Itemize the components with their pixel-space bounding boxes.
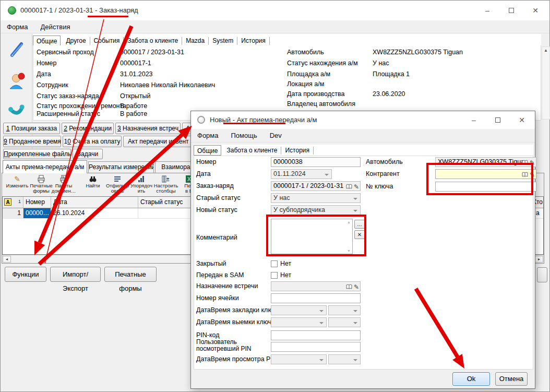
new-status-dropdown[interactable]: У субподрядчика bbox=[271, 205, 361, 215]
sam-checkbox-label: Нет bbox=[280, 270, 291, 280]
section-invoices-button[interactable]: 10 Счета на оплату bbox=[63, 136, 122, 147]
column-a-icon[interactable]: A bbox=[4, 198, 11, 206]
cell-number[interactable]: 00000… bbox=[23, 208, 51, 219]
pin-field[interactable] bbox=[271, 330, 361, 340]
order-field[interactable]: 0000017-1 / 2023-01-31 ✎ bbox=[271, 181, 361, 191]
toolbar-print-forms-button[interactable]: Печатныеформы bbox=[29, 174, 54, 196]
menu-deystviya[interactable]: Действия bbox=[34, 20, 77, 33]
dropdown-arrow-icon bbox=[325, 174, 329, 176]
col-date[interactable]: Дата bbox=[51, 197, 138, 208]
field-row: Номер0000017-1 bbox=[37, 60, 56, 68]
customer-alert-icon[interactable] bbox=[8, 72, 27, 90]
main-tabs: Общие Другое События Забота о клиенте Ma… bbox=[33, 34, 541, 46]
tab-acceptance-acts[interactable]: Акты приема-передачи а/м bbox=[3, 160, 87, 173]
table-corner[interactable]: A 1 bbox=[3, 197, 23, 208]
section-inventory-act-button[interactable]: Акт передачи инвент bbox=[123, 136, 196, 147]
screen: 0000017-1 / 2023-01-31 - Заказ-наряд – ✕… bbox=[0, 0, 550, 392]
section-tasks-button[interactable]: Задачи bbox=[73, 149, 103, 159]
field-row: Сервисный проход0000017 / 2023-01-31 bbox=[37, 49, 94, 57]
tab-istoriya[interactable]: История bbox=[237, 37, 270, 45]
scroll-right-icon[interactable]: ► bbox=[535, 256, 543, 263]
dropdown-arrow-icon bbox=[319, 322, 324, 324]
contragent-field[interactable]: ✎ bbox=[435, 169, 536, 179]
edit-pencil-icon[interactable]: ✎ bbox=[354, 183, 359, 191]
sam-checkbox[interactable] bbox=[271, 272, 278, 279]
key-deposit-time-dropdown[interactable] bbox=[328, 305, 361, 315]
key-withdraw-time-dropdown[interactable] bbox=[328, 317, 361, 327]
toolbar-filter-button[interactable]: Отфильтровать bbox=[105, 174, 130, 196]
maximize-icon[interactable] bbox=[499, 2, 523, 19]
toolbar-columns-button[interactable]: ± Настроитьстолбцы bbox=[153, 174, 178, 196]
section-appointments-button[interactable]: 3 Назначения встреч bbox=[115, 123, 181, 134]
edit-pencil-icon[interactable]: ✎ bbox=[530, 171, 535, 179]
edit-pencil-icon[interactable]: ✎ bbox=[530, 159, 535, 167]
section-sold-time-button[interactable]: 9 Проданное время bbox=[3, 136, 61, 147]
app-icon bbox=[8, 6, 16, 15]
dropdown-arrow-icon bbox=[353, 310, 357, 312]
book-icon[interactable] bbox=[522, 160, 528, 165]
comment-clear-button[interactable]: ✕ bbox=[354, 230, 365, 239]
car-field[interactable]: XW8ZZZ5NZLG030375 Tigua ✎ bbox=[435, 157, 536, 167]
tab-mazda[interactable]: Mazda bbox=[182, 37, 209, 45]
cell-date[interactable]: 26.10.2024 bbox=[51, 208, 138, 219]
key-number-field[interactable] bbox=[435, 182, 536, 192]
key-deposit-date-dropdown[interactable] bbox=[271, 305, 327, 315]
close-icon[interactable]: ✕ bbox=[523, 2, 547, 19]
pen-icon[interactable] bbox=[8, 40, 27, 59]
tab-obschie[interactable]: Общие bbox=[33, 35, 61, 46]
meeting-field[interactable]: ✎ bbox=[271, 281, 361, 291]
old-status-dropdown[interactable]: У нас bbox=[271, 193, 361, 203]
printer-n-icon: N bbox=[51, 174, 76, 183]
toolbar-edit-button[interactable]: ✎ Изменить bbox=[5, 174, 30, 196]
field-row: Статус прохождения ремонтаВ работе bbox=[37, 102, 126, 111]
closed-checkbox-label: Нет bbox=[280, 259, 291, 269]
minimize-icon[interactable]: – bbox=[475, 2, 499, 19]
row-number: 1 bbox=[3, 208, 23, 219]
tab-system[interactable]: System bbox=[209, 37, 237, 45]
cancel-button[interactable]: Отмена bbox=[495, 372, 528, 386]
tab-zabota[interactable]: Забота о клиенте bbox=[124, 37, 182, 45]
menu-forma[interactable]: Форма bbox=[1, 20, 34, 33]
dropdown-arrow-icon bbox=[319, 359, 324, 361]
comment-textarea[interactable]: ▲ ▼ bbox=[271, 219, 353, 254]
comment-more-button[interactable]: … bbox=[354, 220, 365, 229]
cell-number-field[interactable] bbox=[271, 293, 361, 303]
dropdown-arrow-icon bbox=[353, 322, 357, 324]
book-icon[interactable] bbox=[346, 284, 352, 290]
pin-view-date-dropdown[interactable] bbox=[271, 354, 327, 364]
closed-checkbox[interactable] bbox=[271, 260, 278, 267]
scroll-up-icon[interactable]: ▲ bbox=[542, 47, 549, 54]
tab-drugoe[interactable]: Другое bbox=[62, 37, 90, 45]
toolbar-find-button[interactable]: Найти bbox=[80, 174, 105, 196]
phone-icon[interactable] bbox=[8, 103, 27, 122]
section-positions-button[interactable]: 1 Позиции заказа bbox=[3, 123, 60, 134]
edit-pencil-icon[interactable]: ✎ bbox=[354, 283, 359, 291]
pencil-icon: ✎ bbox=[5, 174, 30, 183]
toolbar-sort-button[interactable]: Упорядочить bbox=[129, 174, 154, 196]
date-dropdown[interactable]: 01.11.2024 bbox=[271, 169, 332, 179]
col-number[interactable]: Номер bbox=[23, 197, 51, 208]
tab-sobytiya[interactable]: События bbox=[90, 37, 124, 45]
field-row: Дата31.01.2023 bbox=[37, 70, 51, 79]
number-field[interactable]: 00000038 bbox=[271, 157, 361, 167]
functions-button[interactable]: Функции bbox=[5, 267, 46, 282]
book-icon[interactable] bbox=[346, 184, 352, 189]
field-row: Статус заказ-нарядаОткрытый bbox=[37, 92, 99, 101]
ok-button[interactable]: Ok bbox=[452, 372, 490, 386]
key-withdraw-date-dropdown[interactable] bbox=[271, 317, 327, 327]
section-attachments-button[interactable]: Прикрепленные файлы bbox=[3, 149, 71, 159]
vertical-scrollbar[interactable]: ▲ bbox=[542, 46, 550, 120]
book-icon[interactable] bbox=[522, 172, 528, 177]
main-titlebar: 0000017-1 / 2023-01-31 - Заказ-наряд – ✕ bbox=[1, 1, 549, 20]
scroll-left-icon[interactable]: ◄ bbox=[3, 256, 11, 263]
clipped-button[interactable] bbox=[537, 267, 547, 282]
dropdown-arrow-icon bbox=[353, 210, 357, 212]
tab-measurement-results[interactable]: Результаты измерений bbox=[88, 161, 154, 173]
import-export-button[interactable]: Импорт/Экспорт bbox=[50, 267, 101, 282]
pin-view-time-dropdown[interactable] bbox=[328, 354, 361, 364]
field-row: Расширенный статусВ работе bbox=[37, 110, 100, 118]
toolbar-document-packs-button[interactable]: N Пакетыдокумен… bbox=[51, 174, 76, 196]
section-recommendations-button[interactable]: 2 Рекомендации bbox=[62, 123, 114, 134]
print-forms-button[interactable]: Печатные формы bbox=[104, 267, 157, 282]
pin-user-field[interactable] bbox=[271, 342, 361, 352]
